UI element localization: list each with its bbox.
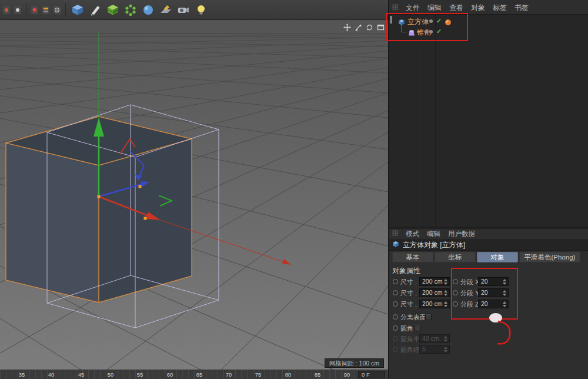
- spinner-icon[interactable]: [443, 278, 449, 285]
- om-menu-tags[interactable]: 标签: [493, 3, 507, 13]
- am-menu-edit[interactable]: 编辑: [427, 230, 440, 238]
- object-manager-menubar: 文件 编辑 查看 对象 标签 书签: [389, 2, 529, 13]
- am-menu-userdata[interactable]: 用户数据: [448, 230, 475, 238]
- fillet-radius-field: 40 cm: [419, 334, 450, 343]
- tab-object[interactable]: 对象: [477, 252, 518, 262]
- right-panel: 文件 编辑 查看 对象 标签 书签 立方体 ✓: [388, 0, 588, 379]
- separate-surfaces-checkbox[interactable]: [425, 314, 432, 320]
- segments-x-field[interactable]: 20: [478, 277, 509, 286]
- spinner-icon[interactable]: [502, 278, 507, 285]
- enabled-check-icon[interactable]: ✓: [436, 17, 442, 25]
- keyframe-dot[interactable]: [393, 314, 398, 320]
- render-view-icon[interactable]: [30, 2, 39, 18]
- object-manager-tree[interactable]: 立方体 ✓ 锥化 ✓: [389, 14, 588, 227]
- phong-tag-icon[interactable]: [445, 18, 452, 25]
- spinner-icon[interactable]: [502, 301, 507, 307]
- size-x-field[interactable]: 200 cm: [419, 277, 450, 286]
- property-row-size-x: 尺寸 . X 200 cm 分段 X 20: [389, 277, 588, 287]
- object-row-cube[interactable]: 立方体 ✓: [389, 16, 588, 26]
- property-row-fillet: 圆角: [389, 323, 588, 334]
- object-properties-header: 对象属性: [392, 266, 420, 276]
- keyframe-dot[interactable]: [393, 279, 398, 284]
- rotate-icon[interactable]: [365, 23, 373, 31]
- pen-tool-icon[interactable]: [87, 2, 103, 18]
- timeline-tick: 55: [133, 371, 146, 378]
- timeline-tick: 85: [311, 371, 324, 378]
- size-y-field[interactable]: 200 cm: [419, 288, 450, 297]
- tab-basic[interactable]: 基本: [392, 252, 433, 262]
- viewport-nav: [343, 23, 385, 31]
- am-menu-mode[interactable]: 模式: [406, 230, 419, 238]
- undo-icon[interactable]: [2, 2, 11, 18]
- fillet-checkbox[interactable]: [415, 325, 421, 331]
- keyframe-dot[interactable]: [453, 301, 458, 307]
- om-menu-object[interactable]: 对象: [471, 3, 485, 13]
- keyframe-dot[interactable]: [393, 290, 398, 295]
- timeline-tick: 70: [222, 371, 235, 378]
- om-menu-edit[interactable]: 编辑: [427, 3, 442, 13]
- redo-icon[interactable]: [13, 2, 22, 18]
- light-icon[interactable]: [193, 2, 209, 18]
- timeline-tick: 80: [282, 371, 295, 378]
- editor-visibility-dot[interactable]: [425, 30, 428, 34]
- tab-coord[interactable]: 坐标: [435, 252, 476, 262]
- object-name-taper[interactable]: 锥化: [417, 28, 431, 38]
- timeline-tick: 60: [163, 371, 176, 378]
- attribute-manager-menubar: 模式 编辑 用户数据: [389, 229, 475, 238]
- om-menu-file[interactable]: 文件: [406, 3, 420, 13]
- attribute-title: 立方体对象 [立方体]: [403, 240, 465, 250]
- om-menu-view[interactable]: 查看: [449, 3, 463, 13]
- spinner-icon[interactable]: [502, 290, 507, 296]
- attribute-title-bar: 立方体对象 [立方体]: [389, 240, 588, 251]
- toolbar-separator: [65, 3, 66, 17]
- timeline-tick: 90: [340, 371, 353, 378]
- spinner-icon: [443, 335, 449, 342]
- cube-primitive-icon[interactable]: [69, 2, 85, 18]
- render-visibility-dot[interactable]: [429, 30, 433, 34]
- panel-handle-icon[interactable]: [392, 4, 398, 12]
- plane-tool-icon[interactable]: [158, 2, 173, 18]
- spinner-icon[interactable]: [443, 301, 449, 307]
- cinema4d-window: 网格间距 : 100 cm 35 40 45 50 55 60 65 70 75…: [0, 0, 588, 379]
- keyframe-dot[interactable]: [393, 301, 398, 307]
- keyframe-dot[interactable]: [393, 325, 398, 331]
- camera-icon[interactable]: [175, 2, 191, 18]
- maximize-icon[interactable]: [376, 23, 385, 31]
- enabled-check-icon[interactable]: ✓: [436, 28, 442, 35]
- dolly-icon[interactable]: [354, 23, 362, 31]
- timeline-tick: 65: [193, 371, 206, 378]
- render-queue-icon[interactable]: [41, 2, 51, 18]
- grid-spacing-badge: 网格间距 : 100 cm: [325, 358, 384, 368]
- subdivision-cube-icon[interactable]: [105, 2, 121, 18]
- viewport-scene[interactable]: [0, 20, 388, 370]
- spinner-icon[interactable]: [443, 290, 449, 296]
- timeline-tick: 45: [75, 371, 88, 378]
- om-column-separator: [423, 15, 423, 227]
- tab-phong[interactable]: 平滑着色(Phong): [519, 252, 580, 262]
- object-row-taper[interactable]: 锥化 ✓: [389, 27, 588, 37]
- panel-handle-icon[interactable]: [392, 230, 398, 237]
- om-menu-bookmarks[interactable]: 书签: [514, 3, 529, 13]
- keyframe-dot: [393, 347, 398, 352]
- timeline-ruler[interactable]: 35 40 45 50 55 60 65 70 75 80 85 90 0 F: [0, 370, 388, 379]
- keyframe-dot[interactable]: [453, 290, 458, 295]
- keyframe-dot[interactable]: [453, 279, 458, 284]
- timeline-tick: 75: [252, 371, 265, 378]
- timeline-tick: 35: [15, 371, 28, 378]
- cube-object-icon: [392, 241, 399, 250]
- property-row-fillet-subdivision: 圆角细分 5: [389, 344, 588, 355]
- segments-y-field[interactable]: 20: [478, 288, 509, 297]
- size-z-field[interactable]: 200 cm: [419, 300, 450, 308]
- current-frame-field[interactable]: 0 F: [358, 371, 385, 378]
- render-visibility-dot[interactable]: [429, 19, 433, 23]
- editor-visibility-dot[interactable]: [425, 19, 428, 23]
- array-tool-icon[interactable]: [122, 2, 138, 18]
- render-settings-icon[interactable]: [52, 2, 62, 18]
- spinner-icon: [443, 346, 449, 353]
- toolbar-separator: [26, 3, 26, 17]
- segments-z-field[interactable]: 20: [478, 300, 509, 308]
- metaball-icon[interactable]: [140, 2, 156, 18]
- timeline-tick: 40: [45, 371, 58, 378]
- pan-icon[interactable]: [343, 23, 351, 31]
- viewport[interactable]: 网格间距 : 100 cm: [0, 20, 388, 370]
